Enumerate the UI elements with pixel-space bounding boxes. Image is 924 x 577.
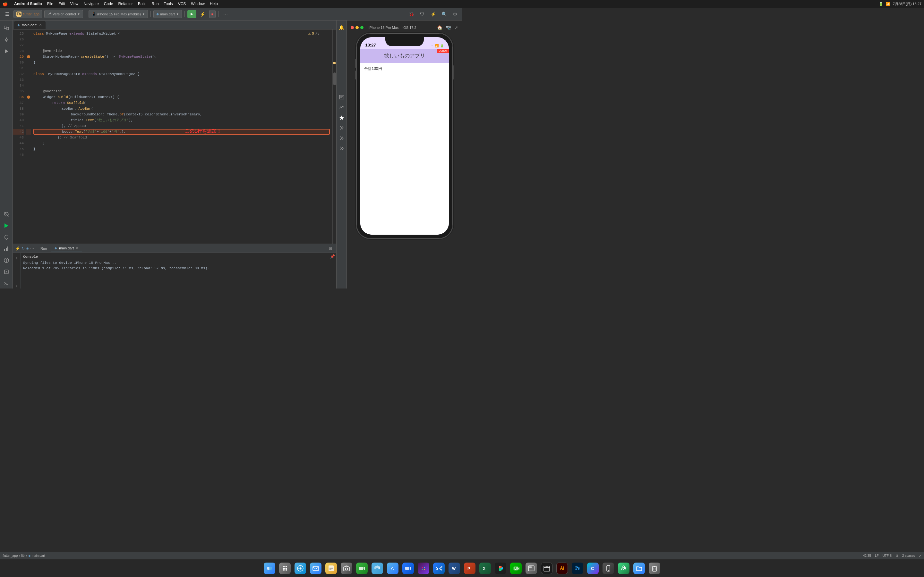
maximize-window-button[interactable]	[360, 26, 363, 29]
run-tab[interactable]: Run	[37, 245, 51, 252]
project-files-icon[interactable]	[1, 23, 11, 33]
code-line-43: ); // Scaffold	[33, 135, 330, 140]
console-right-gutter: 📌	[328, 253, 336, 288]
vcs-selector[interactable]: ⎇ Version control ▼	[44, 10, 83, 18]
logcat-icon[interactable]	[337, 103, 346, 112]
flutter-performance-icon[interactable]	[337, 134, 346, 143]
svg-rect-20	[339, 95, 344, 99]
project-name: flutter_app	[23, 12, 39, 16]
code-line-30: }	[33, 60, 330, 65]
search-everywhere-button[interactable]: 🔍	[439, 10, 449, 18]
svg-rect-1	[7, 27, 9, 30]
tab-main-dart-label: main.dart	[22, 23, 37, 27]
battery-status-icon: 🔋	[440, 44, 444, 47]
code-line-36: Widget build(BuildContext context) {	[33, 94, 330, 100]
reload-icon[interactable]: ↻	[21, 246, 25, 251]
svg-marker-23	[339, 115, 344, 120]
no-internet-icon[interactable]	[1, 209, 11, 219]
analytics-icon[interactable]	[1, 243, 11, 254]
wifi-status-icon: 📶	[435, 44, 439, 47]
vcs-label: Version control	[53, 12, 76, 16]
menu-file[interactable]: File	[47, 2, 53, 6]
file-tab[interactable]: ◆ main.dart ✕	[51, 245, 82, 252]
run-profile-button[interactable]: 🐞	[407, 10, 416, 18]
console-line-2: Reloaded 1 of 705 libraries in 119ms (co…	[23, 266, 326, 271]
flutter-inspector-icon[interactable]	[337, 123, 346, 132]
phone-home-icon[interactable]: 🏠	[437, 25, 443, 30]
console-line-1: Syncing files to device iPhone 15 Pro Ma…	[23, 260, 326, 266]
tab-more-button[interactable]: ⋯	[327, 23, 335, 27]
scroll-up-icon[interactable]: ↑	[14, 255, 19, 261]
menu-window[interactable]: Window	[191, 2, 205, 6]
breakpoint-29[interactable]	[26, 54, 31, 60]
flutter-run-icon[interactable]	[1, 221, 11, 231]
menu-vcs[interactable]: VCS	[178, 2, 186, 6]
more-dots-icon[interactable]: ⋯	[30, 246, 34, 251]
iphone-notch	[385, 37, 424, 46]
code-line-42: body: Text('合計'+'100'+'円',),	[33, 129, 330, 135]
bottom-actions: ⊞	[327, 245, 334, 251]
menu-help[interactable]: Help	[210, 2, 218, 6]
device-selector[interactable]: 📱 iPhone 15 Pro Max (mobile) ▼	[89, 10, 148, 18]
more-button[interactable]: ⋯	[221, 10, 230, 18]
device-label: iPhone 15 Pro Max (mobile)	[97, 12, 141, 16]
flutter-hot-reload-button[interactable]: ⚡	[198, 10, 207, 18]
stop-button[interactable]: ■	[209, 10, 216, 18]
power-button[interactable]	[453, 65, 454, 79]
breakpoint-36[interactable]	[26, 94, 31, 100]
pin-icon[interactable]: 📌	[330, 254, 335, 259]
minimize-window-button[interactable]	[355, 26, 359, 29]
todo-icon[interactable]	[1, 255, 11, 266]
menu-edit[interactable]: Edit	[58, 2, 65, 6]
project-selector[interactable]: FA flutter_app	[13, 10, 42, 18]
run-tab-label: Run	[40, 247, 47, 250]
scroll-down-icon[interactable]: ↓	[14, 284, 19, 288]
hamburger-menu-button[interactable]: ☰	[3, 10, 11, 18]
flutter-outline-icon[interactable]	[337, 144, 346, 153]
breakpoint-dot	[27, 55, 30, 58]
gem-icon[interactable]	[1, 232, 11, 242]
menu-android-studio[interactable]: Android Studio	[14, 2, 42, 6]
run-button[interactable]: ▶	[187, 10, 196, 18]
left-sidebar	[0, 21, 13, 288]
phone-lock-icon[interactable]: 📷	[446, 25, 451, 30]
console-output[interactable]: Console Syncing files to device iPhone 1…	[21, 253, 328, 288]
device-file-explorer-icon[interactable]	[337, 93, 346, 102]
coverage-button[interactable]: 🛡	[418, 10, 427, 18]
apple-menu[interactable]: 🍎	[3, 2, 8, 6]
debut-badge: DEBUT	[437, 49, 449, 53]
profiler-button[interactable]: ⚡	[429, 10, 438, 18]
menu-refactor[interactable]: Refactor	[118, 2, 133, 6]
menu-run[interactable]: Run	[152, 2, 159, 6]
iphone-screen: 13:27 ··· 📶 🔋 DEBUT 欲しいものアプリ	[360, 37, 449, 235]
file-tab-close[interactable]: ✕	[76, 246, 78, 250]
menu-code[interactable]: Code	[104, 2, 113, 6]
console-label: Console	[23, 254, 326, 259]
menu-build[interactable]: Build	[138, 2, 147, 6]
phone-rotate-icon[interactable]: ⤢	[454, 25, 458, 30]
tab-main-dart[interactable]: ◆ main.dart ✕	[14, 21, 45, 29]
menu-bar: 🍎 Android Studio File Edit View Navigate…	[0, 0, 462, 8]
settings-button[interactable]: ⚙	[451, 10, 459, 18]
commit-icon[interactable]	[1, 35, 11, 45]
volume-down-button[interactable]	[355, 71, 357, 79]
menu-view[interactable]: View	[70, 2, 79, 6]
phone-nav-icons: 🏠 📷 ⤢	[437, 25, 458, 30]
volume-up-button[interactable]	[355, 59, 357, 68]
line-numbers: 25 26 27 28 29 30 31 32 33 34 35 36 37	[13, 29, 26, 243]
close-window-button[interactable]	[351, 26, 354, 29]
menu-navigate[interactable]: Navigate	[83, 2, 99, 6]
code-content[interactable]: ⚠ 5 ∧∨ class MyHomePage extends Stateful…	[31, 29, 333, 243]
star-icon[interactable]	[337, 113, 346, 122]
git-icon[interactable]	[1, 267, 11, 277]
editor-scrollbar[interactable]	[333, 29, 336, 243]
bottom-panel: ⚡ ↻ ◈ ⋯ Run ◆ main.dart ✕	[13, 243, 336, 288]
grid-view-button[interactable]: ⊞	[327, 245, 334, 251]
notification-icon[interactable]: 🔔	[337, 23, 346, 32]
phone-title-bar: iPhone 15 Pro Max – iOS 17.2 🏠 📷 ⤢	[349, 23, 459, 32]
tab-close-button[interactable]: ✕	[39, 23, 42, 27]
run-configurations-icon[interactable]	[1, 46, 11, 56]
terminal-icon[interactable]	[1, 278, 11, 288]
menu-tools[interactable]: Tools	[164, 2, 173, 6]
file-selector[interactable]: ◆ main.dart ▼	[153, 10, 182, 18]
